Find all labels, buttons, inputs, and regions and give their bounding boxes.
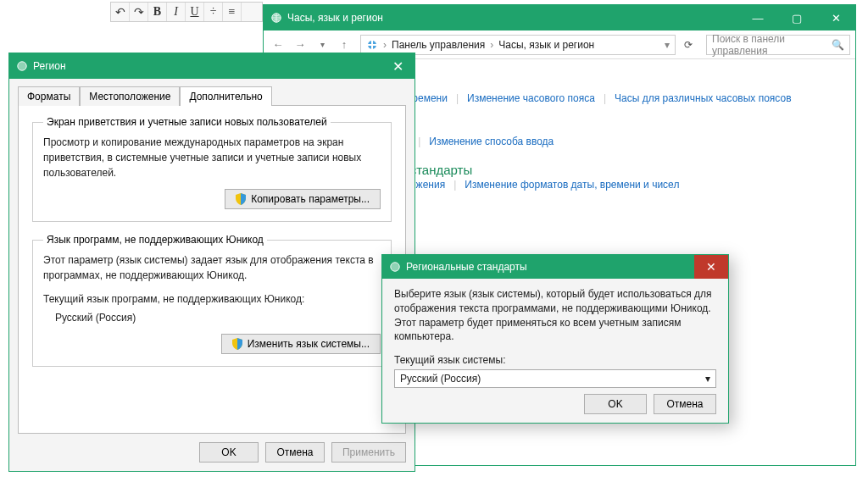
tab-location[interactable]: Местоположение	[80, 86, 180, 106]
tab-advanced[interactable]: Дополнительно	[180, 86, 271, 106]
rs-footer: OK Отмена	[584, 394, 716, 414]
fieldset-text: Этот параметр (язык системы) задает язык…	[43, 252, 381, 283]
cp-link[interactable]: Часы для различных часовых поясов	[615, 92, 792, 104]
system-locale-select[interactable]: Русский (Россия) ▾	[394, 369, 716, 388]
rs-label: Текущий язык системы:	[394, 354, 716, 366]
ok-button[interactable]: OK	[584, 394, 647, 414]
fieldset-legend: Экран приветствия и учетные записи новых…	[43, 116, 331, 128]
breadcrumb[interactable]: › Панель управления › Часы, язык и регио…	[360, 35, 676, 55]
close-button[interactable]: ✕	[694, 255, 728, 279]
cancel-button[interactable]: Отмена	[654, 394, 716, 414]
shield-icon	[236, 193, 246, 205]
welcome-screen-fieldset: Экран приветствия и учетные записи новых…	[32, 116, 392, 222]
search-input[interactable]: Поиск в панели управления 🔍	[706, 35, 850, 55]
breadcrumb-item[interactable]: Часы, язык и регион	[498, 39, 594, 51]
search-placeholder: Поиск в панели управления	[712, 33, 832, 57]
chevron-down-icon: ▾	[705, 373, 710, 385]
rs-title: Региональные стандарты	[406, 261, 527, 273]
cp-link[interactable]: Изменение форматов даты, времени и чисел	[465, 179, 679, 191]
ok-button[interactable]: OK	[199, 442, 259, 463]
region-title: Регион	[33, 60, 66, 72]
svg-point-11	[18, 62, 27, 71]
copy-settings-button[interactable]: Копировать параметры...	[225, 189, 381, 209]
italic-icon[interactable]: I	[167, 3, 186, 21]
rs-titlebar[interactable]: Региональные стандарты ✕	[382, 255, 728, 279]
cp-icon	[366, 39, 378, 51]
tab-panel-advanced: Экран приветствия и учетные записи новых…	[18, 105, 406, 434]
select-value: Русский (Россия)	[400, 373, 481, 385]
cp-link[interactable]: Изменение часового пояса	[467, 92, 595, 104]
tabs: Форматы Местоположение Дополнительно	[18, 86, 406, 105]
fieldset-legend: Язык программ, не поддерживающих Юникод	[43, 234, 267, 246]
refresh-icon[interactable]: ⟳	[679, 39, 698, 51]
dialog-footer: OK Отмена Применить	[18, 434, 406, 463]
shield-icon	[232, 338, 242, 350]
nav-up-icon[interactable]: ↑	[335, 36, 353, 54]
regional-standards-dialog: Региональные стандарты ✕ Выберите язык (…	[381, 254, 729, 424]
close-button[interactable]: ✕	[381, 53, 415, 79]
region-dialog: Регион ✕ Форматы Местоположение Дополнит…	[8, 53, 415, 472]
region-titlebar[interactable]: Регион ✕	[9, 53, 415, 79]
chevron-right-icon: ›	[383, 39, 387, 51]
current-lang-value: Русский (Россия)	[43, 310, 381, 325]
strike-icon[interactable]: ÷	[204, 3, 223, 21]
cp-link[interactable]: Изменение способа ввода	[429, 136, 554, 147]
bold-icon[interactable]: B	[148, 3, 167, 21]
redo-icon[interactable]: ↷	[130, 3, 148, 21]
rs-text: Выберите язык (язык системы), который бу…	[394, 287, 716, 344]
svg-rect-3	[368, 44, 376, 46]
current-lang-label: Текущий язык программ, не поддерживающих…	[43, 291, 381, 307]
breadcrumb-item[interactable]: Панель управления	[392, 39, 485, 51]
chevron-right-icon: ›	[490, 39, 493, 51]
align-icon[interactable]: ≡	[223, 3, 242, 21]
search-icon: 🔍	[832, 39, 844, 51]
non-unicode-fieldset: Язык программ, не поддерживающих Юникод …	[32, 234, 392, 367]
nav-forward-icon[interactable]: →	[291, 36, 309, 54]
undo-icon[interactable]: ↶	[111, 3, 130, 21]
close-button[interactable]: ✕	[816, 5, 855, 30]
cancel-button[interactable]: Отмена	[265, 442, 325, 463]
svg-point-12	[391, 263, 400, 272]
tab-formats[interactable]: Форматы	[18, 86, 80, 106]
maximize-button[interactable]: ▢	[777, 5, 816, 30]
globe-icon	[389, 261, 401, 273]
cp-titlebar[interactable]: Часы, язык и регион — ▢ ✕	[264, 5, 855, 30]
fieldset-text: Просмотр и копирование международных пар…	[43, 135, 381, 180]
nav-back-icon[interactable]: ←	[269, 36, 287, 54]
cp-title: Часы, язык и регион	[287, 12, 383, 24]
editor-toolbar: ↶ ↷ B I U ÷ ≡	[110, 2, 263, 22]
apply-button[interactable]: Применить	[331, 442, 406, 463]
change-system-locale-button[interactable]: Изменить язык системы...	[221, 334, 381, 354]
globe-icon	[16, 60, 28, 72]
minimize-button[interactable]: —	[738, 5, 777, 30]
chevron-down-icon[interactable]: ▾	[665, 39, 670, 51]
nav-history-icon[interactable]: ▾	[313, 36, 331, 54]
underline-icon[interactable]: U	[186, 3, 204, 21]
globe-icon	[270, 12, 282, 24]
